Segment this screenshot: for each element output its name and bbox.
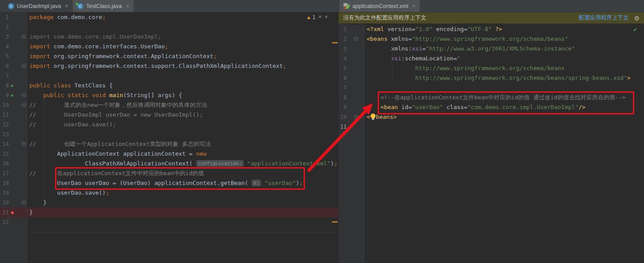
line-number[interactable]: 13	[0, 130, 9, 139]
gutter-cell[interactable]: 16	[0, 159, 27, 169]
line-number[interactable]: 4	[340, 54, 347, 63]
fold-icon[interactable]	[22, 142, 26, 146]
gutter-cell[interactable]: 6	[0, 61, 27, 71]
line-number[interactable]: 7	[340, 83, 347, 93]
code-text[interactable]: <beans xmlns="http://www.springframework…	[364, 34, 644, 44]
line-number[interactable]: 1	[0, 12, 9, 22]
code-text[interactable]: <bean id="userDao" class="com.demo.core.…	[364, 102, 644, 112]
gutter-cell[interactable]: 8▶	[0, 81, 27, 90]
line-number[interactable]: 3	[340, 44, 347, 54]
line-number[interactable]: 18	[0, 178, 9, 188]
code-text[interactable]: userDao.save();	[27, 188, 339, 198]
code-text[interactable]: import com.demo.core.interfaces.UserDao;	[27, 42, 339, 51]
code-text[interactable]	[364, 83, 644, 93]
line-number[interactable]: 5	[340, 63, 347, 73]
code-line[interactable]: 14// 创建一个ApplicationContext类型的对象 多态的写法	[0, 139, 339, 149]
tab-applicationcontext-xml[interactable]: applicationContext.xml ×	[339, 0, 420, 12]
line-number[interactable]: 15	[0, 149, 9, 159]
code-text[interactable]: <?xml version="1.0" encoding="UTF-8" ?>	[364, 24, 644, 34]
code-text[interactable]: ClassPathXmlApplicationContext( configLo…	[27, 159, 339, 169]
code-line[interactable]: 2<beans xmlns="http://www.springframewor…	[339, 34, 644, 44]
line-number[interactable]: 8	[340, 93, 347, 102]
gutter-cell[interactable]: 5	[339, 63, 364, 73]
line-number[interactable]: 2	[340, 34, 347, 44]
code-text[interactable]: }	[27, 198, 339, 208]
gutter-cell[interactable]: 11	[339, 122, 364, 132]
fold-icon[interactable]	[354, 37, 358, 41]
gutter-cell[interactable]: 5	[0, 51, 27, 61]
code-text[interactable]: // UserDaoImpl userDao = new UserDaoImpl…	[27, 110, 339, 120]
tab-userdaoimpl-java[interactable]: C UserDaoImpl.java ×	[4, 0, 73, 12]
code-text[interactable]: <!--在applicationContext文件bean中对应的id的值 通过…	[364, 93, 644, 102]
gutter-cell[interactable]: 3	[339, 44, 364, 54]
code-line[interactable]: 12// userDao.save();	[0, 120, 339, 130]
line-number[interactable]: 10	[0, 100, 9, 110]
next-warning-chevron-down-icon[interactable]: ˅	[325, 14, 328, 20]
code-line[interactable]: 4import com.demo.core.interfaces.UserDao…	[0, 42, 339, 51]
line-number[interactable]: 2	[0, 22, 9, 32]
scrollbar-warning-mark[interactable]	[332, 42, 338, 43]
code-line[interactable]: 5 http://www.springframework.org/schema/…	[339, 63, 644, 73]
scrollbar-warning-mark[interactable]	[332, 221, 338, 223]
line-number[interactable]: 9	[340, 102, 347, 112]
gutter-cell[interactable]: 13	[0, 130, 27, 139]
code-line[interactable]: 7	[0, 71, 339, 81]
fold-icon[interactable]	[354, 115, 358, 119]
code-text[interactable]: public class TestClass {	[27, 81, 339, 90]
gutter-cell[interactable]: 7	[0, 71, 27, 81]
code-text[interactable]: }	[27, 208, 339, 217]
code-line[interactable]: 13	[0, 130, 339, 139]
code-line[interactable]: 1package com.demo.core;	[0, 12, 339, 22]
code-line[interactable]: 20 }	[0, 198, 339, 208]
line-number[interactable]: 6	[340, 73, 347, 83]
tab-testclass-java[interactable]: C TestClass.java ×	[73, 0, 134, 12]
code-line[interactable]: 18 UserDao userDao = (UserDao) applicati…	[0, 178, 339, 188]
gutter-cell[interactable]: 4	[0, 42, 27, 51]
gutter-cell[interactable]: 9	[339, 102, 364, 112]
code-line[interactable]: 15 ApplicationContext applicationContext…	[0, 149, 339, 159]
close-icon[interactable]: ×	[126, 3, 130, 9]
fold-icon[interactable]	[22, 35, 26, 39]
gutter-cell[interactable]: 12	[0, 120, 27, 130]
run-icon[interactable]: ▶	[9, 81, 16, 90]
line-number[interactable]: 10	[340, 112, 347, 122]
code-line[interactable]: 21◆}	[0, 208, 339, 217]
editor-left[interactable]: 1package com.demo.core;23import com.demo…	[0, 12, 339, 227]
close-icon[interactable]: ×	[65, 3, 68, 9]
gutter-cell[interactable]: 4	[339, 54, 364, 63]
configure-context-link[interactable]: 配置应用程序上下文	[579, 14, 629, 22]
code-text[interactable]: ApplicationContext applicationContext = …	[27, 149, 339, 159]
line-number[interactable]: 7	[0, 71, 9, 81]
code-line[interactable]: 7	[339, 83, 644, 93]
code-text[interactable]	[27, 22, 339, 32]
line-number[interactable]: 8	[0, 81, 9, 90]
inspection-ok-check-icon[interactable]: ✔	[633, 26, 637, 33]
gutter-cell[interactable]: 2	[0, 22, 27, 32]
code-text[interactable]: UserDao userDao = (UserDao) applicationC…	[27, 178, 339, 188]
gutter-cell[interactable]: 9▶	[0, 90, 27, 100]
line-number[interactable]: 3	[0, 32, 9, 42]
gutter-cell[interactable]: 20	[0, 198, 27, 208]
code-text[interactable]: // 在applicationContext文件中对应的bean中的id的值	[27, 169, 339, 178]
gutter-cell[interactable]: 11	[0, 110, 27, 120]
code-line[interactable]: 19 userDao.save();	[0, 188, 339, 198]
code-line[interactable]: 6import org.springframework.context.supp…	[0, 61, 339, 71]
gutter-cell[interactable]: 3	[0, 32, 27, 42]
code-line[interactable]: 11// UserDaoImpl userDao = new UserDaoIm…	[0, 110, 339, 120]
code-text[interactable]: http://www.springframework.org/schema/be…	[364, 73, 644, 83]
code-text[interactable]	[364, 122, 644, 132]
code-line[interactable]: 16 ClassPathXmlApplicationContext( confi…	[0, 159, 339, 169]
code-text[interactable]: <beans>	[364, 112, 644, 122]
line-number[interactable]: 9	[0, 90, 9, 100]
editor-right[interactable]: 1<?xml version="1.0" encoding="UTF-8" ?>…	[339, 24, 644, 132]
line-number[interactable]: 11	[340, 122, 347, 132]
line-number[interactable]: 14	[0, 139, 9, 149]
code-line[interactable]: 17// 在applicationContext文件中对应的bean中的id的值	[0, 169, 339, 178]
code-line[interactable]: 11	[339, 122, 644, 132]
gutter-cell[interactable]: 8	[339, 93, 364, 102]
gutter-cell[interactable]: 1	[339, 24, 364, 34]
code-line[interactable]: 1<?xml version="1.0" encoding="UTF-8" ?>	[339, 24, 644, 34]
code-line[interactable]: 9▶ public static void main(String[] args…	[0, 90, 339, 100]
code-text[interactable]: import com.demo.core.impl.UserDaoImpl;	[27, 32, 339, 42]
code-text[interactable]	[27, 217, 339, 227]
